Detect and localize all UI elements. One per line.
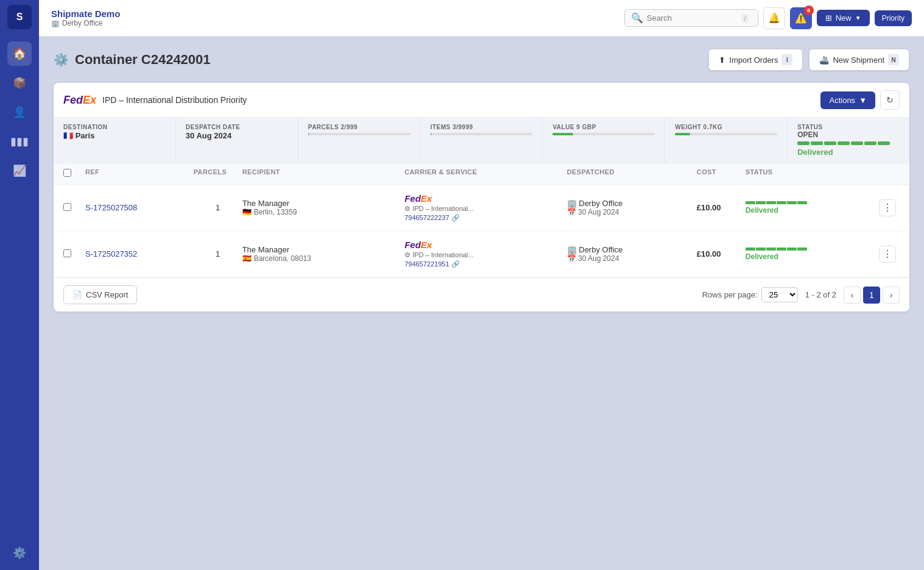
new-button[interactable]: ⊞ New ▼: [817, 10, 870, 26]
mini-bar-4: [838, 141, 850, 145]
notification-bell[interactable]: 🔔: [763, 7, 785, 29]
status-delivered: Delivered: [797, 148, 833, 157]
stat-status: STATUS OPEN Delivered: [788, 118, 909, 163]
app-title: Shipmate Demo: [51, 9, 617, 19]
actions-caret-icon: ▼: [859, 96, 867, 105]
shipment-icon: 🚢: [819, 55, 829, 65]
new-shipment-button[interactable]: 🚢 New Shipment N: [809, 49, 909, 71]
sidebar-item-home[interactable]: 🏠: [7, 41, 32, 66]
row2-service: ⚙ IPD – International...: [404, 251, 566, 259]
row1-cost: £10.00: [697, 203, 746, 212]
priority-button[interactable]: Priority: [875, 10, 912, 26]
row1-date: 📅 30 Aug 2024: [567, 208, 697, 216]
row2-more-icon[interactable]: ⋮: [879, 246, 896, 263]
row1-tracking[interactable]: 794657222237 🔗: [404, 214, 566, 222]
destination-flag: 🇫🇷: [63, 131, 73, 140]
row2-check[interactable]: [63, 249, 71, 257]
destination-value: 🇫🇷 Paris: [63, 131, 166, 140]
mini-bar-3: [824, 141, 836, 145]
new-shipment-shortcut: N: [888, 54, 899, 65]
row2-checkbox[interactable]: [63, 249, 85, 260]
row1-mini-bars: [746, 201, 875, 204]
row2-more-menu[interactable]: ⋮: [875, 246, 900, 263]
mini-bar-2: [811, 141, 823, 145]
actions-button[interactable]: Actions ▼: [820, 91, 875, 109]
table-header: REF PARCELS RECIPIENT CARRIER & SERVICE …: [54, 163, 909, 185]
search-box[interactable]: 🔍 /: [624, 9, 758, 27]
sidebar-item-shipments[interactable]: 📦: [7, 71, 32, 95]
rmb2-4: [777, 248, 786, 251]
page-title: ⚙️ Container C24242001: [54, 52, 211, 68]
next-page-button[interactable]: ›: [883, 287, 900, 304]
import-shortcut: I: [781, 54, 792, 65]
parcels-label: PARCELS 2/999: [308, 124, 411, 130]
rows-per-page-label: Rows per page:: [702, 290, 758, 299]
header-right: Actions ▼ ↻: [820, 90, 900, 110]
refresh-button[interactable]: ↻: [880, 90, 900, 110]
import-orders-button[interactable]: ⬆ Import Orders I: [708, 49, 803, 71]
settings-icon[interactable]: ⚙️: [7, 541, 32, 565]
stat-items: ITEMS 3/9999: [421, 118, 543, 163]
col-status: STATUS: [746, 168, 875, 179]
topbar-actions: 🔍 / 🔔 ⚠️ 6 ⊞ New ▼ Priority: [624, 7, 912, 29]
row1-carrier: FedEx ⚙ IPD – International... 794657222…: [404, 193, 566, 222]
content-area: ⚙️ Container C24242001 ⬆ Import Orders I…: [39, 37, 924, 570]
carrier-service-area: FedEx IPD – International Distribution P…: [63, 94, 247, 107]
sidebar-item-analytics[interactable]: 📈: [7, 159, 32, 183]
row2-ref[interactable]: S-1725027352: [85, 249, 194, 258]
row2-tracking[interactable]: 794657221951 🔗: [404, 260, 566, 268]
row1-more-menu[interactable]: ⋮: [875, 199, 900, 216]
col-cost: COST: [697, 168, 746, 179]
row2-cal-icon: 📅: [567, 254, 576, 263]
current-page-button[interactable]: 1: [863, 287, 880, 304]
page-header: ⚙️ Container C24242001 ⬆ Import Orders I…: [54, 49, 909, 71]
mini-bar-7: [878, 141, 890, 145]
prev-page-button[interactable]: ‹: [844, 287, 861, 304]
destination-label: DESTINATION: [63, 124, 166, 130]
row2-carrier: FedEx ⚙ IPD – International... 794657221…: [404, 240, 566, 268]
parcels-bar: [308, 133, 411, 135]
row1-fedex: FedEx: [404, 193, 566, 204]
csv-report-button[interactable]: 📄 CSV Report: [63, 285, 137, 304]
rmb2-6: [797, 248, 807, 251]
alert-icon[interactable]: ⚠️ 6: [790, 7, 812, 29]
new-icon: ⊞: [825, 13, 832, 23]
search-icon: 🔍: [631, 12, 643, 24]
csv-icon: 📄: [72, 290, 82, 299]
value-label: VALUE 9 GBP: [552, 124, 655, 130]
rmb4: [777, 201, 786, 204]
row2-service-icon: ⚙: [404, 251, 411, 258]
pagination: Rows per page: 25 50 100 1 - 2 of 2 ‹ 1 …: [702, 287, 900, 304]
value-bar-fill: [552, 133, 573, 135]
row2-despatched: 🏢 Derby Office 📅 30 Aug 2024: [567, 245, 697, 263]
service-name: IPD – International Distribution Priorit…: [102, 95, 247, 105]
table-row: S-1725027352 1 The Manager 🇪🇸 Barcelona,…: [54, 231, 909, 277]
row1-more-icon[interactable]: ⋮: [879, 199, 896, 216]
parcels-bar-fill: [308, 133, 309, 135]
rmb2: [756, 201, 766, 204]
rows-per-page: Rows per page: 25 50 100: [702, 287, 798, 302]
sidebar-item-contacts[interactable]: 👤: [7, 100, 32, 124]
row1-recipient-addr: 🇩🇪 Berlin, 13359: [242, 208, 404, 216]
stat-destination: DESTINATION 🇫🇷 Paris: [54, 118, 176, 163]
row1-status: Delivered: [746, 201, 875, 215]
stat-value: VALUE 9 GBP: [543, 118, 665, 163]
search-input[interactable]: [647, 13, 738, 23]
row2-office-icon: 🏢: [567, 245, 577, 254]
row1-office-icon: 🏢: [567, 199, 577, 208]
row1-despatched: 🏢 Derby Office 📅 30 Aug 2024: [567, 199, 697, 216]
sidebar-item-barcode[interactable]: ▮▮▮: [7, 129, 32, 154]
select-all-checkbox[interactable]: [63, 169, 71, 177]
col-carrier-service: CARRIER & SERVICE: [404, 168, 566, 179]
status-open: OPEN: [797, 130, 818, 139]
row1-check[interactable]: [63, 203, 71, 211]
row2-status: Delivered: [746, 248, 875, 261]
row1-ref[interactable]: S-1725027508: [85, 203, 194, 212]
rows-per-page-select[interactable]: 25 50 100: [761, 287, 798, 302]
row1-recipient: The Manager 🇩🇪 Berlin, 13359: [242, 199, 404, 216]
col-checkbox: [63, 168, 85, 179]
rmb6: [797, 201, 807, 204]
row1-checkbox[interactable]: [63, 202, 85, 213]
row2-office: 🏢 Derby Office: [567, 245, 697, 254]
rmb1: [746, 201, 755, 204]
